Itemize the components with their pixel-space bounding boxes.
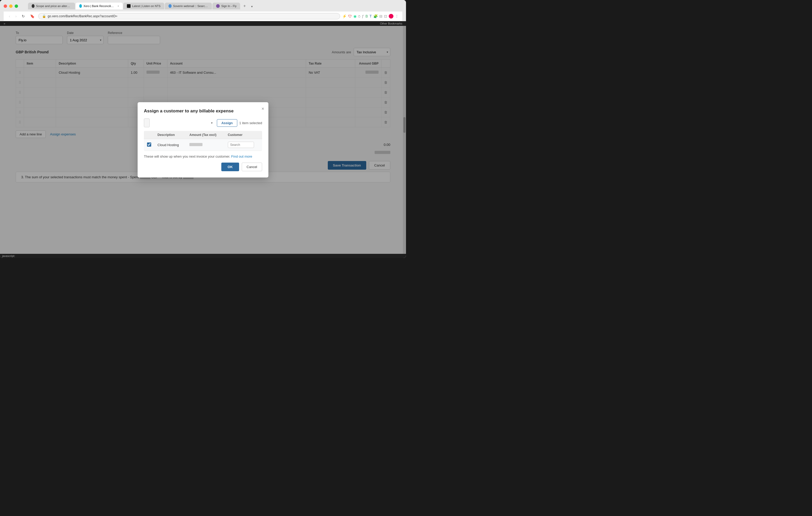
- xero-favicon: [79, 4, 82, 8]
- lock-icon: 🔒: [42, 14, 46, 18]
- content-area: To Date 1 Aug 2022 Reference: [0, 26, 406, 254]
- customer-dropdown-wrap: [144, 118, 215, 127]
- window-controls: Scope and price an alternative calc... X…: [4, 3, 402, 9]
- ext-icon-8[interactable]: ⊟: [379, 14, 382, 18]
- back-button[interactable]: ‹: [7, 13, 12, 19]
- expense-amount-redacted: [190, 143, 202, 146]
- modal-close-button[interactable]: ×: [261, 107, 264, 111]
- tab-fly-label: Sign In - Fly: [221, 4, 237, 7]
- expense-header-row: Description Amount (Tax excl) Customer: [144, 131, 262, 139]
- tab-fly[interactable]: Sign In - Fly: [212, 3, 240, 9]
- expense-description-cell: Cloud Hosting: [154, 139, 186, 151]
- ext-icon-9[interactable]: ⊡: [384, 14, 387, 18]
- tab-soverin[interactable]: Soverin webmail :: Search result: [165, 3, 212, 9]
- close-button[interactable]: [4, 4, 7, 8]
- modal-overlay: Assign a customer to any billable expens…: [0, 26, 406, 254]
- find-out-more-link[interactable]: Find out more: [231, 154, 252, 158]
- browser-window: Scope and price an alternative calc... X…: [0, 0, 406, 258]
- ok-button[interactable]: OK: [221, 162, 239, 171]
- new-tab-button[interactable]: +: [241, 3, 248, 9]
- modal-info-text-content: These will show up when you next invoice…: [144, 154, 230, 158]
- assign-button[interactable]: Assign: [217, 119, 237, 127]
- ext-icon-4[interactable]: ⍥: [358, 14, 360, 18]
- selected-count: 1 item selected: [239, 121, 262, 125]
- other-bookmarks-label[interactable]: Other Bookmarks: [380, 22, 402, 25]
- maximize-button[interactable]: [14, 4, 18, 8]
- tab-list-button[interactable]: ▾: [249, 4, 255, 9]
- ext-icon-7[interactable]: T: [369, 14, 372, 18]
- cancel-modal-button[interactable]: Cancel: [242, 162, 262, 171]
- menu-button[interactable]: ⋮: [395, 14, 399, 18]
- tab-xero[interactable]: Xero | Bank Reconciliation | Con... ×: [76, 3, 123, 9]
- forward-button[interactable]: ›: [14, 13, 18, 19]
- customer-search-input[interactable]: [228, 142, 254, 148]
- checkbox-col-header: [144, 131, 154, 139]
- expense-amount-cell: [186, 139, 225, 151]
- tab-nts[interactable]: Latest | Listen on NTS: [123, 3, 164, 9]
- bookmarks-separator: »: [4, 22, 378, 25]
- ext-icon-6[interactable]: B: [366, 14, 368, 18]
- status-bar: javascript:: [0, 254, 406, 258]
- minimize-button[interactable]: [9, 4, 12, 8]
- assign-row: Assign 1 item selected: [144, 118, 262, 127]
- bookmarks-bar: » Other Bookmarks: [0, 21, 406, 26]
- tab-github-label: Scope and price an alternative calc...: [36, 4, 71, 7]
- tab-xero-label: Xero | Bank Reconciliation | Con...: [83, 4, 115, 7]
- extensions-area: ⚡ 🛡 ◉ ⍥ ƒ B T 🧩 ⊟ ⊡ ⋮: [342, 14, 399, 19]
- tab-close-icon[interactable]: ×: [117, 5, 119, 7]
- tab-nts-label: Latest | Listen on NTS: [132, 4, 161, 7]
- expense-table-header: Description Amount (Tax excl) Customer: [144, 131, 262, 139]
- expense-amount-col-header: Amount (Tax excl): [186, 131, 225, 139]
- github-favicon: [32, 4, 34, 8]
- ext-icon-2[interactable]: 🛡: [348, 14, 352, 18]
- expense-description-text: Cloud Hosting: [157, 143, 179, 147]
- ext-icon-5[interactable]: ƒ: [362, 14, 364, 18]
- page-content: To Date 1 Aug 2022 Reference: [0, 26, 406, 254]
- url-bar[interactable]: 🔒 go.xero.com/BankRec/BankRec.aspx?accou…: [38, 13, 340, 19]
- expense-table-body: Cloud Hosting: [144, 139, 262, 151]
- expense-checkbox-cell: [144, 139, 154, 151]
- soverin-favicon: [169, 4, 172, 8]
- modal-title: Assign a customer to any billable expens…: [144, 109, 262, 114]
- expense-table: Description Amount (Tax excl) Customer: [144, 131, 262, 151]
- tab-github[interactable]: Scope and price an alternative calc...: [28, 3, 75, 9]
- reload-button[interactable]: ↻: [20, 13, 26, 19]
- expense-checkbox[interactable]: [147, 143, 151, 147]
- user-avatar[interactable]: [389, 14, 394, 19]
- nav-bar: ‹ › ↻ 🔖 🔒 go.xero.com/BankRec/BankRec.as…: [4, 11, 402, 21]
- expense-customer-cell: [225, 139, 262, 151]
- ext-icon-3[interactable]: ◉: [353, 14, 356, 18]
- nts-favicon: [127, 4, 130, 8]
- url-text: go.xero.com/BankRec/BankRec.aspx?account…: [48, 14, 117, 18]
- tab-soverin-label: Soverin webmail :: Search result: [173, 4, 208, 7]
- customer-dropdown[interactable]: [144, 118, 150, 127]
- status-bar-text: javascript:: [2, 254, 15, 257]
- ext-puzzle-icon[interactable]: 🧩: [373, 14, 378, 18]
- expense-row: Cloud Hosting: [144, 139, 262, 151]
- assign-customer-modal: Assign a customer to any billable expens…: [138, 102, 268, 178]
- tabs-row: Scope and price an alternative calc... X…: [28, 3, 255, 9]
- modal-info-text: These will show up when you next invoice…: [144, 154, 262, 158]
- fly-favicon: [216, 4, 220, 8]
- modal-actions: OK Cancel: [144, 162, 262, 171]
- ext-icon-1[interactable]: ⚡: [342, 14, 347, 18]
- bookmark-button[interactable]: 🔖: [29, 13, 36, 19]
- expense-description-col-header: Description: [154, 131, 186, 139]
- title-bar: Scope and price an alternative calc... X…: [0, 0, 406, 21]
- expense-customer-col-header: Customer: [225, 131, 262, 139]
